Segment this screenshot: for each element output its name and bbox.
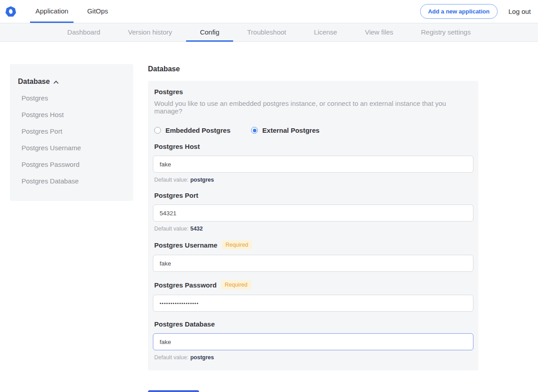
radio-unselected-icon[interactable] xyxy=(154,127,161,134)
tab-gitops[interactable]: GitOps xyxy=(82,0,113,23)
save-config-button[interactable]: Save config xyxy=(148,390,199,392)
radio-embedded-postgres[interactable]: Embedded Postgres xyxy=(154,126,230,134)
radio-selected-icon[interactable] xyxy=(251,127,258,134)
add-new-application-button[interactable]: Add a new application xyxy=(420,4,498,19)
postgres-password-input[interactable] xyxy=(153,295,473,312)
app-header: Application GitOps Add a new application… xyxy=(0,0,538,23)
sidebar-item-postgres-host[interactable]: Postgres Host xyxy=(18,106,125,123)
field-postgres-host: Postgres Host Default value:postgres xyxy=(153,143,473,183)
field-label: Postgres Database xyxy=(154,320,215,328)
subnav-item-registry-settings[interactable]: Registry settings xyxy=(407,23,485,42)
default-value: 5432 xyxy=(190,226,203,232)
postgres-host-input[interactable] xyxy=(153,156,473,173)
default-value-hint: Default value:postgres xyxy=(154,354,473,361)
field-postgres-password: Postgres Password Required xyxy=(153,280,473,312)
subnav-item-troubleshoot[interactable]: Troubleshoot xyxy=(233,23,300,42)
radio-embedded-postgres-label: Embedded Postgres xyxy=(165,126,230,134)
field-label: Postgres Username xyxy=(154,241,217,249)
chevron-up-icon xyxy=(53,80,58,85)
required-badge: Required xyxy=(222,240,252,249)
config-group-help-text: Would you like to use an embedded postgr… xyxy=(154,100,473,115)
default-value: postgres xyxy=(190,354,214,361)
default-value-hint: Default value:5432 xyxy=(154,226,473,232)
sidebar-item-postgres[interactable]: Postgres xyxy=(18,90,125,106)
tab-application[interactable]: Application xyxy=(30,0,74,23)
field-postgres-username: Postgres Username Required xyxy=(153,240,473,272)
sidebar-group-label: Database xyxy=(18,78,50,86)
default-value-hint: Default value:postgres xyxy=(154,177,473,183)
subnav-item-dashboard[interactable]: Dashboard xyxy=(53,23,114,42)
content-area: Database Postgres Postgres Host Postgres… xyxy=(0,42,538,392)
required-badge: Required xyxy=(221,280,251,289)
config-main: Database Postgres Would you like to use … xyxy=(148,64,478,392)
sidebar-item-postgres-username[interactable]: Postgres Username xyxy=(18,139,125,156)
sidebar-item-list: Postgres Postgres Host Postgres Port Pos… xyxy=(18,90,125,189)
sidebar-item-postgres-database[interactable]: Postgres Database xyxy=(18,173,125,189)
subnav-item-license[interactable]: License xyxy=(300,23,351,42)
default-value: postgres xyxy=(190,177,214,183)
postgres-database-input[interactable] xyxy=(153,333,473,350)
radio-external-postgres[interactable]: External Postgres xyxy=(251,126,320,134)
field-label: Postgres Port xyxy=(154,192,198,199)
field-label: Postgres Password xyxy=(154,281,217,289)
field-label: Postgres Host xyxy=(154,143,200,150)
subnav-item-version-history[interactable]: Version history xyxy=(114,23,186,42)
config-group-panel: Postgres Would you like to use an embedd… xyxy=(148,81,478,370)
config-group-label: Postgres xyxy=(154,88,473,96)
postgres-username-input[interactable] xyxy=(153,255,473,272)
app-logo-icon xyxy=(5,6,17,17)
sidebar-item-postgres-password[interactable]: Postgres Password xyxy=(18,156,125,173)
postgres-type-radio-group: Embedded Postgres External Postgres xyxy=(154,126,473,134)
header-actions: Add a new application Log out xyxy=(420,0,538,23)
app-subnav: Dashboard Version history Config Trouble… xyxy=(0,23,538,42)
field-postgres-port: Postgres Port Default value:5432 xyxy=(153,192,473,232)
radio-external-postgres-label: External Postgres xyxy=(262,126,320,134)
config-sidebar: Database Postgres Postgres Host Postgres… xyxy=(10,64,133,201)
sidebar-item-postgres-port[interactable]: Postgres Port xyxy=(18,123,125,139)
postgres-port-input[interactable] xyxy=(153,205,473,222)
page-title: Database xyxy=(148,65,478,73)
app-logo xyxy=(0,0,30,23)
sidebar-group-database[interactable]: Database xyxy=(18,74,125,86)
field-postgres-database: Postgres Database Default value:postgres xyxy=(153,320,473,361)
primary-tabs: Application GitOps xyxy=(30,0,113,23)
subnav-item-config[interactable]: Config xyxy=(186,23,233,42)
logout-button[interactable]: Log out xyxy=(508,8,531,15)
subnav-item-view-files[interactable]: View files xyxy=(351,23,407,42)
